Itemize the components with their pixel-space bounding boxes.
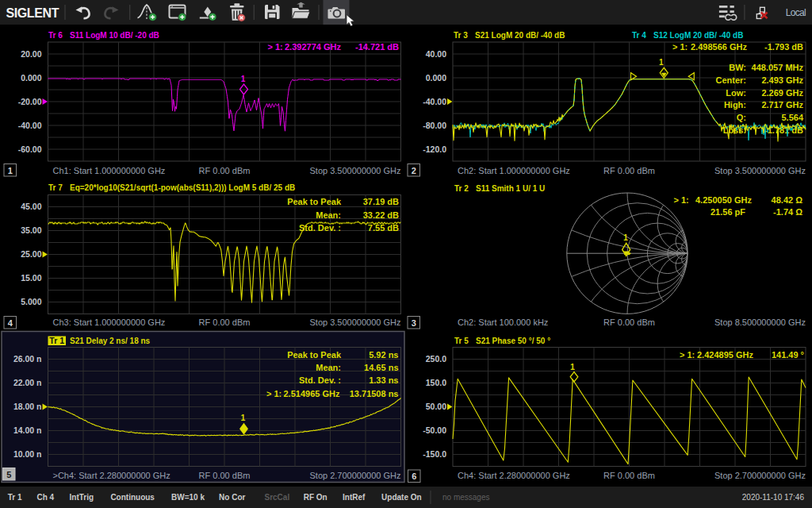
svg-text:5.000: 5.000 bbox=[21, 297, 41, 306]
svg-text:>Ch4: Start 2.280000000 GHz: >Ch4: Start 2.280000000 GHz bbox=[53, 471, 170, 480]
svg-text:1: 1 bbox=[241, 75, 246, 83]
svg-text:2.269 GHz: 2.269 GHz bbox=[761, 88, 803, 98]
svg-text:6: 6 bbox=[412, 471, 416, 481]
svg-text:26.00 n: 26.00 n bbox=[13, 354, 42, 364]
svg-text:45.00: 45.00 bbox=[21, 202, 41, 211]
svg-text:50.00: 50.00 bbox=[426, 402, 446, 411]
svg-text:-1.74 Ω: -1.74 Ω bbox=[773, 207, 802, 217]
svg-text:2.392774 GHz: 2.392774 GHz bbox=[285, 42, 341, 52]
svg-text:Ch4: Start 2.280000000 GHz: Ch4: Start 2.280000000 GHz bbox=[458, 471, 570, 480]
svg-text:3: 3 bbox=[412, 318, 416, 328]
svg-text:1: 1 bbox=[8, 166, 13, 175]
svg-text:RF 0.00 dBm: RF 0.00 dBm bbox=[199, 318, 251, 327]
svg-text:S21 LogM 20 dB/ -40 dB: S21 LogM 20 dB/ -40 dB bbox=[475, 31, 565, 40]
svg-text:Ch2: Start 1.000000000 GHz: Ch2: Start 1.000000000 GHz bbox=[458, 166, 570, 175]
svg-text:4.250050 GHz: 4.250050 GHz bbox=[695, 195, 752, 205]
svg-text:SrcCal: SrcCal bbox=[265, 493, 290, 502]
svg-text:2.424895 GHz: 2.424895 GHz bbox=[697, 350, 753, 360]
svg-text:2.493 GHz: 2.493 GHz bbox=[761, 75, 803, 85]
svg-text:Stop 3.500000000 GHz: Stop 3.500000000 GHz bbox=[310, 318, 401, 327]
svg-text:-150.0: -150.0 bbox=[423, 449, 446, 459]
svg-text:-40.00: -40.00 bbox=[423, 97, 446, 106]
svg-text:Ch1: Start 1.000000000 GHz: Ch1: Start 1.000000000 GHz bbox=[53, 166, 166, 175]
svg-text:1: 1 bbox=[570, 362, 575, 371]
svg-text:48.42 Ω: 48.42 Ω bbox=[772, 195, 803, 205]
svg-text:IntTrig: IntTrig bbox=[70, 493, 94, 502]
svg-text:Center:: Center: bbox=[715, 75, 746, 85]
svg-text:2.514965 GHz: 2.514965 GHz bbox=[284, 389, 340, 398]
svg-text:S12 LogM 20 dB/ -40 dB: S12 LogM 20 dB/ -40 dB bbox=[653, 31, 743, 40]
svg-text:RF On: RF On bbox=[304, 493, 327, 502]
svg-text:1: 1 bbox=[623, 233, 628, 242]
svg-text:BW=10 k: BW=10 k bbox=[171, 493, 205, 502]
svg-text:Peak to Peak: Peak to Peak bbox=[287, 350, 342, 360]
svg-text:25.00: 25.00 bbox=[21, 249, 41, 259]
svg-text:Low:: Low: bbox=[726, 88, 746, 98]
svg-text:RF 0.00 dBm: RF 0.00 dBm bbox=[603, 318, 655, 327]
svg-text:Stop 3.500000000 GHz: Stop 3.500000000 GHz bbox=[310, 166, 401, 175]
svg-text:S11 Smith 1 U/ 1 U: S11 Smith 1 U/ 1 U bbox=[476, 184, 545, 193]
svg-text:Update On: Update On bbox=[381, 493, 422, 502]
svg-text:S11 LogM 10 dB/ -20 dB: S11 LogM 10 dB/ -20 dB bbox=[70, 31, 159, 40]
svg-text:14.00 n: 14.00 n bbox=[13, 425, 42, 435]
svg-text:High:: High: bbox=[724, 100, 746, 110]
svg-text:0.000: 0.000 bbox=[426, 73, 446, 83]
svg-text:141.49 °: 141.49 ° bbox=[772, 350, 804, 360]
svg-text:Tr 1: Tr 1 bbox=[8, 493, 22, 502]
svg-text:40.00: 40.00 bbox=[426, 49, 446, 59]
svg-text:1: 1 bbox=[659, 58, 664, 67]
svg-text:15.00: 15.00 bbox=[21, 273, 41, 283]
svg-text:22.00 n: 22.00 n bbox=[13, 378, 42, 387]
svg-text:2: 2 bbox=[412, 166, 416, 175]
svg-text:Tr 6: Tr 6 bbox=[48, 31, 63, 40]
svg-text:1.33 ns: 1.33 ns bbox=[369, 375, 398, 385]
svg-text:5.564: 5.564 bbox=[781, 113, 803, 122]
svg-text:7.55 dB: 7.55 dB bbox=[368, 223, 399, 233]
svg-text:Stop 3.500000000 GHz: Stop 3.500000000 GHz bbox=[714, 166, 806, 175]
svg-text:37.19 dB: 37.19 dB bbox=[363, 197, 399, 206]
svg-text:Std. Dev. :: Std. Dev. : bbox=[299, 375, 341, 385]
svg-text:Tr 2: Tr 2 bbox=[454, 184, 469, 193]
svg-text:13.71508 ns: 13.71508 ns bbox=[350, 389, 399, 398]
svg-text:No Cor: No Cor bbox=[219, 493, 245, 502]
svg-text:Local: Local bbox=[786, 7, 806, 18]
svg-text:Ch3: Start 1.000000000 GHz: Ch3: Start 1.000000000 GHz bbox=[53, 318, 166, 327]
svg-text:21.56 pF: 21.56 pF bbox=[710, 207, 745, 217]
svg-text:0.000: 0.000 bbox=[21, 73, 41, 83]
svg-text:20.00: 20.00 bbox=[21, 49, 41, 59]
svg-text:35.00: 35.00 bbox=[21, 225, 41, 235]
svg-text:> 1:: > 1: bbox=[268, 42, 283, 52]
svg-text:-40.00: -40.00 bbox=[18, 121, 42, 130]
svg-text:Mean:: Mean: bbox=[316, 363, 341, 372]
svg-text:-80.00: -80.00 bbox=[423, 121, 446, 130]
svg-text:> 1:: > 1: bbox=[674, 195, 689, 205]
svg-text:Tr 4: Tr 4 bbox=[632, 31, 646, 40]
svg-text:5: 5 bbox=[6, 470, 11, 479]
svg-text:IntRef: IntRef bbox=[343, 493, 366, 502]
svg-text:> 1:: > 1: bbox=[672, 42, 688, 52]
svg-text:RF 0.00 dBm: RF 0.00 dBm bbox=[199, 166, 251, 175]
svg-text:Tr 3: Tr 3 bbox=[454, 31, 468, 40]
svg-text:14.65 ns: 14.65 ns bbox=[364, 363, 398, 372]
svg-text:Ch 4: Ch 4 bbox=[37, 493, 55, 502]
svg-text:33.22 dB: 33.22 dB bbox=[363, 210, 399, 220]
svg-text:-120.0: -120.0 bbox=[423, 144, 446, 154]
svg-text:18.00 n: 18.00 n bbox=[13, 402, 42, 411]
svg-text:RF 0.00 dBm: RF 0.00 dBm bbox=[199, 471, 251, 480]
svg-text:Mean:: Mean: bbox=[316, 210, 341, 220]
svg-text:-50.00: -50.00 bbox=[423, 425, 446, 435]
svg-text:2020-11-10 17:46: 2020-11-10 17:46 bbox=[742, 493, 805, 502]
svg-text:Stop 8.500000000 GHz: Stop 8.500000000 GHz bbox=[714, 318, 806, 327]
svg-text:1: 1 bbox=[241, 413, 246, 422]
svg-text:> 1:: > 1: bbox=[680, 350, 695, 360]
svg-text:-1.793 dB: -1.793 dB bbox=[764, 42, 803, 52]
svg-text:Continuous: Continuous bbox=[110, 493, 155, 502]
svg-text:Stop 2.700000000 GHz: Stop 2.700000000 GHz bbox=[714, 471, 806, 480]
svg-text:Tr 5: Tr 5 bbox=[454, 337, 469, 345]
svg-text:S21 Delay 2 ns/ 18 ns: S21 Delay 2 ns/ 18 ns bbox=[70, 337, 151, 345]
svg-text:448.057 MHz: 448.057 MHz bbox=[752, 63, 804, 72]
svg-text:-20.00: -20.00 bbox=[18, 97, 42, 106]
svg-text:Tr 1: Tr 1 bbox=[49, 336, 64, 345]
svg-text:-60.00: -60.00 bbox=[18, 144, 42, 154]
svg-text:Q:: Q: bbox=[737, 113, 746, 122]
